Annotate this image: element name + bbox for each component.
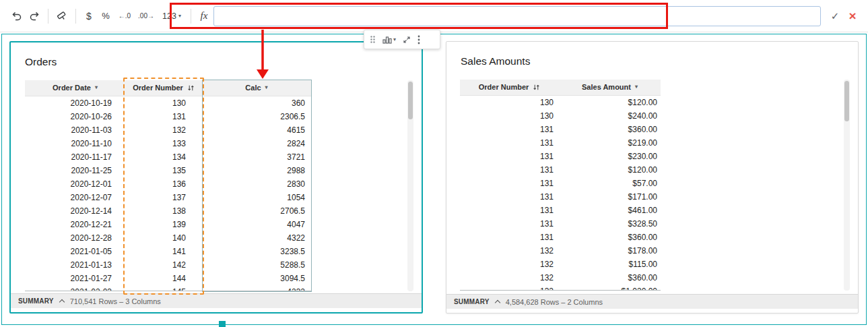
table-cell[interactable]: 360 [202, 96, 311, 110]
table-cell[interactable]: 141 [125, 245, 202, 258]
table-cell[interactable]: 131 [460, 163, 559, 177]
table-row[interactable]: 2020-10-261312306.5 [25, 110, 311, 123]
selection-resize-handle[interactable] [219, 321, 226, 327]
column-header-calc[interactable]: Calc▾ [202, 80, 311, 96]
table-row[interactable]: 2021-01-131425288.5 [25, 258, 311, 272]
table-cell[interactable]: $240.00 [559, 109, 661, 123]
table-row[interactable]: 131$360.00 [460, 231, 661, 244]
table-cell[interactable]: 132 [460, 285, 559, 291]
table-cell[interactable]: 4322 [202, 231, 311, 245]
table-row[interactable]: 131$57.00 [460, 177, 661, 190]
table-row[interactable]: 2020-11-251352988 [25, 164, 311, 177]
redo-button[interactable] [26, 5, 43, 27]
table-cell[interactable]: $171.00 [559, 190, 661, 204]
scrollbar-thumb[interactable] [844, 81, 849, 121]
table-cell[interactable]: 132 [460, 258, 559, 271]
table-cell[interactable]: 4232 [202, 285, 311, 292]
table-row[interactable]: 2020-10-19130360 [25, 96, 311, 110]
table-row[interactable]: 132$1,020.00 [460, 285, 661, 291]
table-cell[interactable]: 2020-12-21 [25, 218, 125, 231]
table-cell[interactable]: 131 [460, 204, 559, 217]
table-cell[interactable]: $115.00 [559, 258, 661, 271]
table-cell[interactable]: 2020-12-07 [25, 191, 125, 204]
column-header-order-date[interactable]: Order Date▾ [25, 80, 125, 96]
table-cell[interactable]: $360.00 [559, 123, 661, 136]
table-row[interactable]: 130$120.00 [460, 95, 661, 109]
table-cell[interactable]: 132 [460, 244, 559, 258]
decrease-decimal-button[interactable]: ←.0 [114, 5, 135, 27]
table-cell[interactable]: 138 [125, 204, 202, 218]
table-row[interactable]: 131$219.00 [460, 136, 661, 150]
table-cell[interactable]: 137 [125, 191, 202, 204]
table-cell[interactable]: 133 [125, 137, 202, 150]
table-cell[interactable]: 131 [460, 231, 559, 244]
column-header-order-number[interactable]: Order Number [125, 80, 202, 96]
table-cell[interactable]: 2021-01-13 [25, 258, 125, 272]
table-cell[interactable]: 131 [460, 123, 559, 136]
table-cell[interactable]: 2021-02-03 [25, 285, 125, 292]
table-row[interactable]: 131$230.00 [460, 150, 661, 163]
table-cell[interactable]: $1,020.00 [559, 285, 661, 291]
chart-type-dropdown[interactable]: ▾ [381, 34, 397, 45]
table-cell[interactable]: 131 [460, 217, 559, 231]
table-cell[interactable]: 144 [125, 272, 202, 285]
table-cell[interactable]: 135 [125, 164, 202, 177]
table-cell[interactable]: 131 [460, 177, 559, 190]
maximize-button[interactable] [401, 34, 412, 45]
table-cell[interactable]: 2021-01-05 [25, 245, 125, 258]
table-cell[interactable]: $328.50 [559, 217, 661, 231]
table-row[interactable]: 2021-01-271443094.5 [25, 272, 311, 285]
table-cell[interactable]: 2830 [202, 177, 311, 191]
table-cell[interactable]: 2020-10-26 [25, 110, 125, 123]
table-row[interactable]: 2020-12-281404322 [25, 231, 311, 245]
table-cell[interactable]: 2020-11-03 [25, 123, 125, 137]
cancel-formula-button[interactable]: × [844, 5, 861, 27]
column-header-sales-amount[interactable]: Sales Amount▾ [559, 80, 661, 95]
table-cell[interactable]: 140 [125, 231, 202, 245]
table-cell[interactable]: 131 [460, 150, 559, 163]
orders-summary-bar[interactable]: SUMMARY 710,541 Rows – 3 Columns [11, 293, 422, 308]
table-cell[interactable]: 130 [460, 95, 559, 109]
table-cell[interactable]: 1054 [202, 191, 311, 204]
table-cell[interactable]: 2020-10-19 [25, 96, 125, 110]
table-cell[interactable]: 4047 [202, 218, 311, 231]
table-cell[interactable]: 2020-12-28 [25, 231, 125, 245]
table-cell[interactable]: $461.00 [559, 204, 661, 217]
table-row[interactable]: 2020-12-011362830 [25, 177, 311, 191]
table-row[interactable]: 2020-12-071371054 [25, 191, 311, 204]
sales-scrollbar[interactable] [844, 80, 850, 291]
table-row[interactable]: 2021-02-031454232 [25, 285, 311, 292]
sales-summary-bar[interactable]: SUMMARY 4,584,628 Rows – 2 Columns [446, 294, 858, 309]
table-row[interactable]: 2020-11-031324615 [25, 123, 311, 137]
table-cell[interactable]: 2021-01-27 [25, 272, 125, 285]
table-cell[interactable]: 3238.5 [202, 245, 311, 258]
caret-down-icon[interactable]: ▾ [635, 84, 638, 90]
table-row[interactable]: 131$120.00 [460, 163, 661, 177]
table-cell[interactable]: 145 [125, 285, 202, 292]
sort-icon[interactable] [533, 84, 540, 91]
table-cell[interactable]: 3094.5 [202, 272, 311, 285]
table-row[interactable]: 2020-11-171343721 [25, 150, 311, 164]
table-cell[interactable]: 2824 [202, 137, 311, 150]
table-cell[interactable]: $360.00 [559, 231, 661, 244]
table-cell[interactable]: $120.00 [559, 163, 661, 177]
table-cell[interactable]: $120.00 [559, 95, 661, 109]
table-row[interactable]: 2020-12-211394047 [25, 218, 311, 231]
table-cell[interactable]: 136 [125, 177, 202, 191]
table-row[interactable]: 132$115.00 [460, 258, 661, 271]
table-cell[interactable]: 131 [125, 110, 202, 123]
table-row[interactable]: 130$240.00 [460, 109, 661, 123]
table-row[interactable]: 2021-01-051413238.5 [25, 245, 311, 258]
orders-scrollbar[interactable] [407, 80, 413, 291]
number-format-dropdown[interactable]: 123 ▾ [158, 5, 186, 27]
table-cell[interactable]: 2020-12-01 [25, 177, 125, 191]
currency-format-button[interactable]: $ [81, 5, 97, 27]
table-cell[interactable]: 2020-11-17 [25, 150, 125, 164]
table-cell[interactable]: 142 [125, 258, 202, 272]
table-cell[interactable]: $219.00 [559, 136, 661, 150]
table-cell[interactable]: $230.00 [559, 150, 661, 163]
table-cell[interactable]: 134 [125, 150, 202, 164]
table-row[interactable]: 131$461.00 [460, 204, 661, 217]
table-row[interactable]: 131$171.00 [460, 190, 661, 204]
caret-down-icon[interactable]: ▾ [95, 85, 98, 90]
